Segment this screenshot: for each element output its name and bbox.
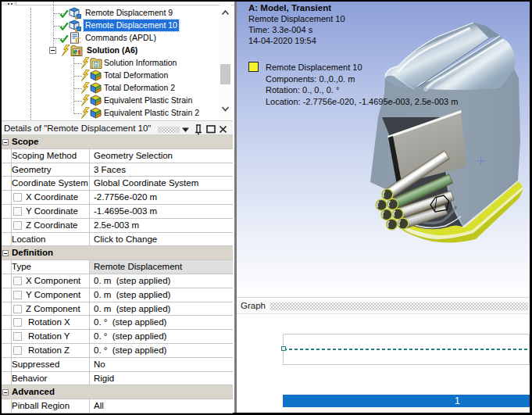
svg-text:C: C — [75, 35, 81, 45]
svg-text:i: i — [95, 62, 97, 67]
